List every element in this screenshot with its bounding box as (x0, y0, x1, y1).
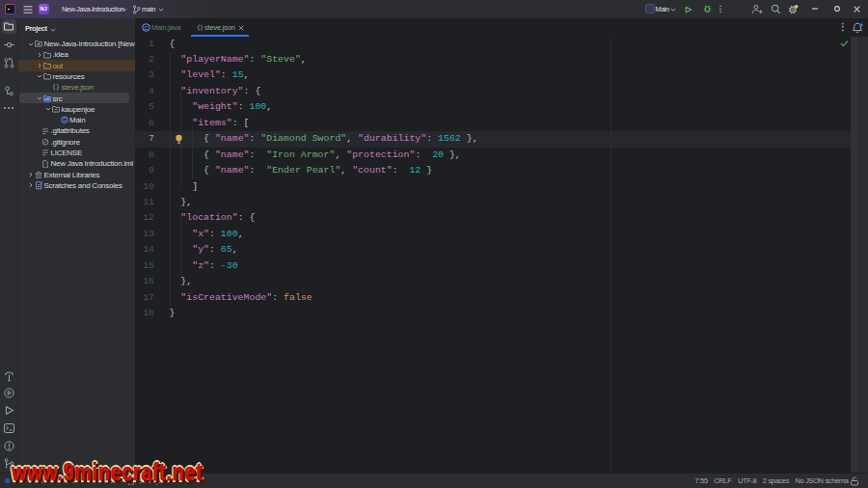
svg-text:C: C (144, 23, 149, 30)
svg-text:C: C (63, 118, 67, 123)
